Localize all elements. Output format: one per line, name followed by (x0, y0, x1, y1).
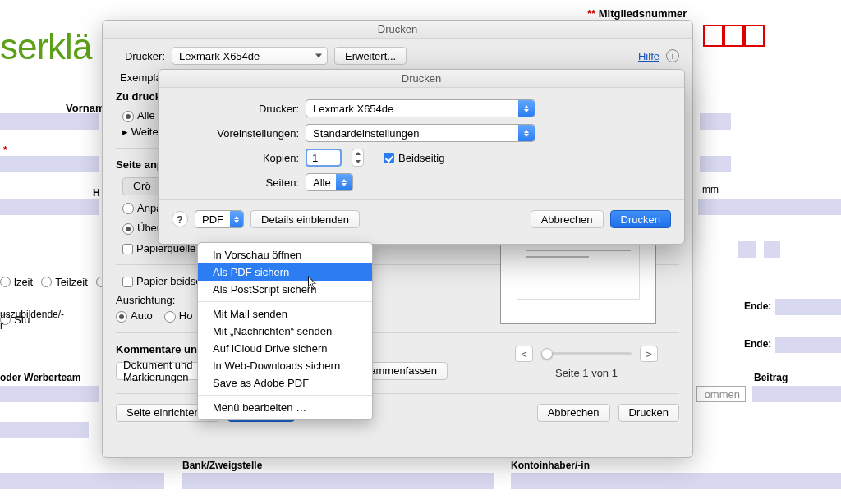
bg-ende-label: Ende: (744, 300, 771, 312)
bg-radio-lzeit[interactable]: lzeit (0, 276, 33, 288)
pages-label: Seiten: (172, 176, 299, 189)
bg-field (764, 241, 780, 258)
bg-werber-label: oder Werberteam (0, 372, 80, 383)
bg-field (0, 386, 99, 402)
help-icon[interactable]: ? (172, 211, 188, 227)
menu-save-as-postscript[interactable]: Als PostScript sichern (198, 281, 372, 298)
menu-send-messages[interactable]: Mit „Nachrichten“ senden (198, 323, 372, 340)
pages-select[interactable]: Alle (306, 173, 353, 191)
prev-page-button[interactable]: < (515, 346, 533, 362)
printer-label: Drucker: (116, 50, 165, 62)
menu-save-as-pdf[interactable]: Als PDF sichern (198, 263, 372, 281)
bg-konto-label: Kontoinhaber/-in (511, 460, 590, 471)
checkbox-papier-beidseitig[interactable]: Papier beidseiti (122, 275, 209, 287)
radio-auto[interactable]: Auto (116, 309, 153, 323)
radio-hoch[interactable]: Ho (164, 309, 193, 323)
seite-anp-heading: Seite anp (116, 158, 163, 171)
bg-ende-label: Ende: (744, 338, 771, 350)
pager: < > (500, 346, 673, 362)
chevron-updown-icon (336, 174, 352, 190)
menu-open-preview[interactable]: In Vorschau öffnen (198, 246, 372, 263)
bg-bank-label: Bank/Zweigstelle (182, 460, 262, 471)
inner-print-button[interactable]: Drucken (610, 210, 671, 228)
chevron-updown-icon (518, 100, 535, 117)
bg-red-cell (724, 25, 744, 47)
bg-ommen-field: ommen (696, 386, 746, 402)
bg-field (0, 113, 99, 130)
window-title: Drucken (103, 21, 692, 39)
details-button[interactable]: Details einblenden (250, 210, 360, 228)
bg-radio-row: uszubildende/-r Stu (0, 314, 30, 326)
duplex-checkbox[interactable]: Beidseitig (384, 152, 444, 164)
bg-mitgliedsnummer-label: ** Mitgliedsnummer (587, 7, 687, 20)
inner-window-title: Drucken (159, 70, 684, 88)
print-dialog-inner: Drucken Drucker: Lexmark X654de Voreinst… (158, 69, 685, 245)
bg-field (698, 199, 841, 215)
ausrichtung-label: Ausrichtung: (116, 294, 175, 306)
bg-field (182, 473, 494, 489)
radio-alle[interactable]: Alle (122, 109, 155, 122)
pdf-dropdown-menu: In Vorschau öffnen Als PDF sichern Als P… (197, 242, 373, 420)
inner-printer-select[interactable]: Lexmark X654de (306, 99, 535, 117)
extended-button[interactable]: Erweitert... (334, 47, 407, 65)
bg-mm-label: mm (702, 184, 719, 195)
copies-stepper[interactable] (352, 149, 364, 167)
inner-printer-label: Drucker: (172, 103, 299, 115)
presets-label: Voreinstellungen: (172, 127, 299, 140)
bg-field (511, 473, 841, 489)
asterisk-icon: ** (587, 7, 599, 20)
zu-drucken-heading: Zu druck (116, 90, 161, 103)
menu-edit[interactable]: Menü bearbeiten … (198, 399, 372, 416)
print-button[interactable]: Drucken (618, 404, 679, 422)
groesse-button[interactable]: Grö (122, 177, 162, 195)
bg-field (0, 422, 89, 438)
menu-separator (198, 301, 372, 302)
bg-h-label: H (93, 187, 100, 199)
chevron-updown-icon (518, 125, 535, 141)
copies-input[interactable]: 1 (306, 149, 342, 167)
bg-field (738, 241, 756, 258)
bg-field (0, 473, 164, 489)
page-indicator: Seite 1 von 1 (500, 367, 673, 379)
inner-cancel-button[interactable]: Abbrechen (531, 210, 604, 228)
bg-red-cell (744, 25, 765, 47)
cancel-button[interactable]: Abbrechen (537, 404, 610, 422)
info-icon[interactable]: i (666, 49, 679, 62)
next-page-button[interactable]: > (640, 346, 658, 362)
bg-beitrag-label: Beitrag (754, 372, 788, 383)
menu-adobe-pdf[interactable]: Save as Adobe PDF (198, 374, 372, 392)
weiter-toggle[interactable]: ▸ Weiter (122, 126, 162, 138)
bg-field (0, 156, 99, 172)
bg-field (700, 156, 731, 172)
bg-field (752, 386, 841, 402)
printer-select[interactable]: Lexmark X654de (172, 47, 328, 65)
menu-webdownloads[interactable]: In Web-Downloads sichern (198, 357, 372, 374)
asterisk-icon: * (3, 144, 7, 156)
bg-red-cell (703, 25, 724, 47)
presets-select[interactable]: Standardeinstellungen (306, 124, 535, 142)
zoom-slider[interactable] (541, 352, 632, 355)
menu-icloud[interactable]: Auf iCloud Drive sichern (198, 340, 372, 357)
bg-field (775, 299, 841, 315)
help-link[interactable]: Hilfe (638, 50, 659, 62)
bg-headline: serklä (0, 26, 91, 67)
bg-field (0, 199, 99, 215)
copies-label: Kopien: (172, 152, 299, 164)
menu-separator (198, 395, 372, 396)
bg-radio-teilzeit[interactable]: Teilzeit (41, 276, 88, 288)
pdf-menu-button[interactable]: PDF (195, 210, 244, 228)
bg-field (700, 113, 731, 130)
chevron-down-icon (230, 211, 243, 227)
menu-send-mail[interactable]: Mit Mail senden (198, 305, 372, 323)
bg-field (775, 337, 841, 353)
